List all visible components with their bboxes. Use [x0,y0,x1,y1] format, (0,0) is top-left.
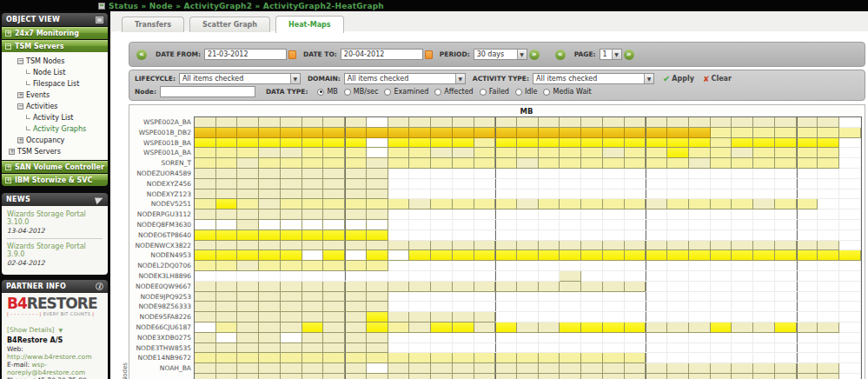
heatmap-cell[interactable] [667,250,689,261]
heatmap-cell[interactable] [302,158,324,169]
heatmap-cell[interactable] [259,261,281,271]
heatmap-cell[interactable] [732,322,753,333]
heatmap-cell[interactable] [323,241,345,251]
heatmap-cell[interactable] [560,138,581,149]
data-type-radio-examined[interactable] [384,89,391,96]
heatmap-cell[interactable] [711,117,732,128]
heatmap-cell[interactable] [216,209,238,220]
expand-icon[interactable]: + [5,164,11,170]
heatmap-cell[interactable] [345,353,367,363]
heatmap-cell[interactable] [409,282,431,292]
heatmap-cell[interactable] [367,363,388,374]
heatmap-cell[interactable] [775,322,797,333]
heatmap-cell[interactable] [237,158,259,169]
heatmap-cell[interactable] [281,230,302,241]
heatmap-cell[interactable] [302,138,324,149]
apply-button[interactable]: ✔Apply [663,74,694,83]
heatmap-cell[interactable] [302,169,324,179]
heatmap-cell[interactable] [625,241,646,251]
heatmap-cell[interactable] [667,363,689,374]
heatmap-cell[interactable] [797,199,818,209]
heatmap-cell[interactable] [237,312,259,322]
heatmap-cell[interactable] [539,117,560,128]
heatmap-cell[interactable] [517,250,539,261]
heatmap-cell[interactable] [431,282,453,292]
heatmap-cell[interactable] [367,148,388,158]
heatmap-cell[interactable] [517,322,539,333]
sidebar-item-tsm-nodes[interactable]: −TSM Nodes [2,56,108,67]
heatmap-cell[interactable] [237,333,259,343]
heatmap-cell[interactable] [603,158,625,169]
heatmap-cell[interactable] [323,282,345,292]
heatmap-cell[interactable] [646,128,667,138]
heatmap-cell[interactable] [302,250,324,261]
heatmap-cell[interactable] [474,138,496,149]
heatmap-cell[interactable] [625,374,646,379]
heatmap-cell[interactable] [495,374,517,379]
heatmap-cell[interactable] [818,148,839,158]
heatmap-cell[interactable] [753,250,775,261]
heatmap-cell[interactable] [539,138,560,149]
heatmap-cell[interactable] [281,353,302,363]
heatmap-cell[interactable] [195,138,216,149]
heatmap-cell[interactable] [345,138,367,149]
heatmap-cell[interactable] [453,138,474,149]
heatmap-cell[interactable] [431,250,453,261]
heatmap-cell[interactable] [797,241,818,251]
heatmap-cell[interactable] [195,282,216,292]
heatmap-cell[interactable] [517,117,539,128]
heatmap-cell[interactable] [839,128,861,138]
heatmap-cell[interactable] [367,158,388,169]
heatmap-cell[interactable] [259,179,281,190]
heatmap-cell[interactable] [216,169,238,179]
tab-transfers[interactable]: Transfers [122,17,184,32]
tab-scatter-graph[interactable]: Scatter Graph [189,17,270,32]
heatmap-cell[interactable] [237,138,259,149]
info-icon[interactable]: i [96,283,103,290]
sidebar-section-tsm-servers[interactable]: −TSM Servers [2,40,108,52]
heatmap-cell[interactable] [216,250,238,261]
heatmap-cell[interactable] [667,138,689,149]
prev-range-button[interactable]: « [136,50,147,60]
heatmap-cell[interactable] [302,261,324,271]
heatmap-cell[interactable] [237,117,259,128]
heatmap-cell[interactable] [195,117,216,128]
heatmap-cell[interactable] [539,128,560,138]
heatmap-cell[interactable] [323,302,345,312]
heatmap-cell[interactable] [281,220,302,230]
heatmap-cell[interactable] [237,179,259,190]
heatmap-cell[interactable] [646,148,667,158]
heatmap-cell[interactable] [259,333,281,343]
heatmap-cell[interactable] [195,230,216,241]
heatmap-cell[interactable] [775,148,797,158]
heatmap-cell[interactable] [646,250,667,261]
heatmap-cell[interactable] [409,138,431,149]
heatmap-cell[interactable] [453,148,474,158]
heatmap-cell[interactable] [560,271,581,282]
heatmap-cell[interactable] [281,282,302,292]
heatmap-cell[interactable] [667,199,689,209]
heatmap-cell[interactable] [259,220,281,230]
heatmap-cell[interactable] [667,117,689,128]
heatmap-cell[interactable] [216,353,238,363]
heatmap-cell[interactable] [797,250,818,261]
heatmap-cell[interactable] [753,138,775,149]
heatmap-cell[interactable] [711,148,732,158]
next-range-button[interactable]: » [529,50,540,60]
heatmap-cell[interactable] [517,353,539,363]
heatmap-cell[interactable] [388,374,410,379]
heatmap-cell[interactable] [453,353,474,363]
heatmap-cell[interactable] [195,241,216,251]
heatmap-cell[interactable] [367,322,388,333]
heatmap-cell[interactable] [474,312,496,322]
heatmap-cell[interactable] [775,128,797,138]
heatmap-cell[interactable] [345,169,367,179]
heatmap-cell[interactable] [302,230,324,241]
heatmap-cell[interactable] [345,117,367,128]
heatmap-cell[interactable] [281,148,302,158]
heatmap-cell[interactable] [625,282,646,292]
heatmap-cell[interactable] [281,128,302,138]
heatmap-cell[interactable] [797,117,818,128]
heatmap-cell[interactable] [367,353,388,363]
heatmap-cell[interactable] [323,128,345,138]
